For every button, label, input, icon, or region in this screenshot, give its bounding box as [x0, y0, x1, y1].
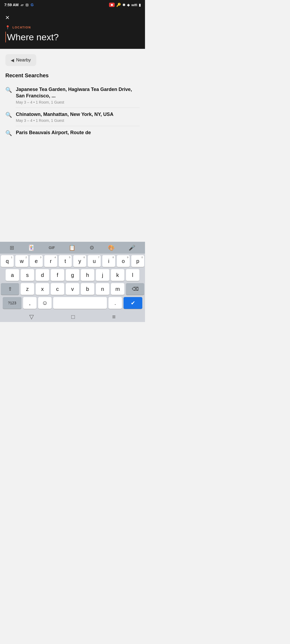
- text-cursor: [5, 32, 6, 42]
- key-comma[interactable]: ,: [23, 297, 37, 309]
- rec-badge: ⏺: [109, 3, 115, 7]
- close-button[interactable]: ×: [5, 14, 9, 21]
- search-placeholder[interactable]: Where next?: [7, 32, 59, 42]
- location-pin-icon: 📍: [5, 25, 10, 30]
- wifi-icon: wifi: [131, 3, 137, 7]
- key-m[interactable]: m: [111, 283, 124, 295]
- key-d[interactable]: d: [36, 269, 49, 281]
- search-item-2-content: Chinatown, Manhattan, New York, NY, USA …: [16, 111, 113, 123]
- keyboard-gif-button[interactable]: GIF: [46, 244, 57, 251]
- key-emoji[interactable]: ☺: [38, 297, 52, 309]
- key-j[interactable]: j: [96, 269, 109, 281]
- nav-home-icon[interactable]: □: [71, 313, 75, 320]
- location-label: 📍 LOCATION: [5, 25, 140, 30]
- keyboard-grid-icon[interactable]: ⊞: [8, 243, 16, 252]
- search-item-1-content: Japanese Tea Garden, Hagiwara Tea Garden…: [16, 86, 140, 104]
- key-u[interactable]: 7u: [88, 255, 101, 267]
- keyboard[interactable]: ⊞ 🃏 GIF 📋 ⚙ 🎨 🎤 1q 2w 3e 4r 5t 6y 7u 8i …: [0, 242, 145, 322]
- key-l[interactable]: l: [126, 269, 139, 281]
- key-row-1: 1q 2w 3e 4r 5t 6y 7u 8i 9o 0p: [1, 255, 144, 267]
- signal-icon: ◈: [127, 3, 130, 7]
- search-item-1-name: Japanese Tea Garden, Hagiwara Tea Garden…: [16, 86, 140, 99]
- key-q[interactable]: 1q: [1, 255, 14, 267]
- key-e[interactable]: 3e: [30, 255, 43, 267]
- record-icon: ⊡: [26, 3, 28, 7]
- battery-icon: ▮: [139, 3, 141, 7]
- key-k[interactable]: k: [111, 269, 124, 281]
- key-y[interactable]: 6y: [73, 255, 86, 267]
- keyboard-clipboard-icon[interactable]: 📋: [67, 243, 78, 252]
- key-x[interactable]: x: [36, 283, 49, 295]
- nearby-button[interactable]: ◀ Nearby: [5, 54, 36, 66]
- list-item[interactable]: 🔍 Japanese Tea Garden, Hagiwara Tea Gard…: [5, 83, 140, 108]
- key-period[interactable]: .: [108, 297, 122, 309]
- key-w[interactable]: 2w: [15, 255, 28, 267]
- key-s[interactable]: s: [21, 269, 34, 281]
- key-p[interactable]: 0p: [131, 255, 144, 267]
- keyboard-toolbar: ⊞ 🃏 GIF 📋 ⚙ 🎨 🎤: [0, 242, 145, 254]
- search-item-1-meta: May 3 – 4 • 1 Room, 1 Guest: [16, 100, 140, 104]
- keyboard-mic-icon[interactable]: 🎤: [126, 243, 137, 252]
- bluetooth-icon: ✱: [122, 3, 125, 7]
- keyboard-palette-icon[interactable]: 🎨: [106, 243, 117, 252]
- key-icon: 🔑: [116, 3, 121, 7]
- search-icon-3: 🔍: [5, 130, 12, 136]
- key-c[interactable]: c: [51, 283, 64, 295]
- key-space[interactable]: [53, 297, 107, 309]
- key-v[interactable]: v: [66, 283, 79, 295]
- nav-back-icon[interactable]: ▽: [29, 313, 34, 320]
- g-icon: G: [31, 3, 34, 7]
- key-r[interactable]: 4r: [44, 255, 57, 267]
- status-bar: 7:59 AM ▱ ⊡ G ⏺ 🔑 ✱ ◈ wifi ▮: [0, 0, 145, 10]
- time: 7:59 AM: [4, 3, 19, 7]
- nearby-icon: ◀: [11, 58, 14, 63]
- content-area: ◀ Nearby Recent Searches 🔍 Japanese Tea …: [0, 49, 145, 140]
- key-backspace[interactable]: ⌫: [126, 283, 144, 295]
- bottom-navigation: ▽ □ ≡: [0, 312, 145, 322]
- key-t[interactable]: 5t: [59, 255, 72, 267]
- keyboard-settings-icon[interactable]: ⚙: [87, 243, 96, 252]
- nav-recents-icon[interactable]: ≡: [112, 313, 116, 320]
- key-i[interactable]: 8i: [102, 255, 115, 267]
- search-icon-1: 🔍: [5, 87, 12, 93]
- status-bar-left: 7:59 AM ▱ ⊡ G: [4, 3, 34, 7]
- key-numbers-switch[interactable]: ?123: [3, 297, 21, 309]
- status-bar-right: ⏺ 🔑 ✱ ◈ wifi ▮: [109, 3, 141, 7]
- search-icon-2: 🔍: [5, 112, 12, 118]
- key-b[interactable]: b: [81, 283, 94, 295]
- key-a[interactable]: a: [6, 269, 19, 281]
- recent-searches-title: Recent Searches: [5, 72, 140, 79]
- key-row-2: a s d f g h j k l: [1, 269, 144, 281]
- nearby-label: Nearby: [16, 57, 31, 63]
- key-shift[interactable]: ⇧: [1, 283, 19, 295]
- list-item[interactable]: 🔍 Paris Beauvais Airport, Route de: [5, 126, 140, 140]
- search-item-2-meta: May 3 – 4 • 1 Room, 1 Guest: [16, 118, 113, 123]
- search-item-3-name: Paris Beauvais Airport, Route de: [16, 129, 91, 136]
- search-input-area[interactable]: Where next?: [5, 32, 140, 42]
- key-enter[interactable]: ✔: [124, 297, 142, 309]
- key-rows: 1q 2w 3e 4r 5t 6y 7u 8i 9o 0p a s d f g …: [0, 254, 145, 312]
- key-z[interactable]: z: [21, 283, 34, 295]
- key-n[interactable]: n: [96, 283, 109, 295]
- search-header: × 📍 LOCATION Where next?: [0, 10, 145, 49]
- key-g[interactable]: g: [66, 269, 79, 281]
- key-h[interactable]: h: [81, 269, 94, 281]
- search-item-2-name: Chinatown, Manhattan, New York, NY, USA: [16, 111, 113, 118]
- camera-icon: ▱: [21, 3, 23, 7]
- keyboard-sticker-icon[interactable]: 🃏: [26, 243, 37, 252]
- key-f[interactable]: f: [51, 269, 64, 281]
- search-item-3-content: Paris Beauvais Airport, Route de: [16, 129, 91, 136]
- list-item[interactable]: 🔍 Chinatown, Manhattan, New York, NY, US…: [5, 108, 140, 126]
- key-row-4: ?123 , ☺ . ✔: [1, 297, 144, 309]
- key-o[interactable]: 9o: [117, 255, 130, 267]
- key-row-3: ⇧ z x c v b n m ⌫: [1, 283, 144, 295]
